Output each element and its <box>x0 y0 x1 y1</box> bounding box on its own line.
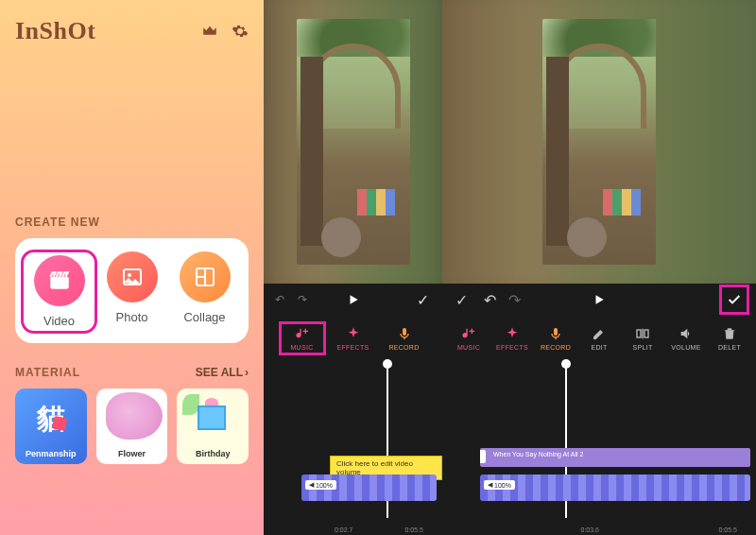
svg-rect-7 <box>644 330 648 337</box>
create-new-header: CREATE NEW <box>15 216 249 229</box>
material-header: MATERIAL <box>15 366 80 379</box>
timeline[interactable]: Click here to edit video volume ◀ 100% 0… <box>264 361 442 535</box>
tool-delet[interactable]: DELET <box>709 326 750 351</box>
material-flower[interactable]: Flower <box>96 388 168 464</box>
transport-row: ↶↷ ✓ <box>264 284 442 316</box>
create-item-label: Collage <box>183 310 225 324</box>
tool-record[interactable]: RECORD <box>384 326 425 351</box>
audio-clip[interactable]: When You Say Nothing At All 2 <box>480 448 750 467</box>
volume-badge: ◀ 100% <box>305 480 336 490</box>
redo-icon[interactable]: ↷ <box>508 291 521 309</box>
tool-effects[interactable]: EFFECTS <box>491 326 533 351</box>
create-item-label: Video <box>43 314 75 328</box>
create-collage-button[interactable]: Collage <box>168 251 241 332</box>
tool-label: RECORD <box>388 344 419 351</box>
volume-badge: ◀ 100% <box>484 480 515 490</box>
time-ruler: 0:03.60:05.5 <box>442 526 756 533</box>
time-ruler: 0:02.70:05.5 <box>264 526 442 533</box>
tool-record[interactable]: RECORD <box>535 326 576 351</box>
gear-icon[interactable] <box>232 23 249 40</box>
tool-label: EDIT <box>591 344 607 351</box>
editor-pane-after: ✓ ↶ ↷ MUSICEFFECTSRECORDEDITSPLITVOLUMED… <box>442 0 756 535</box>
volume-icon <box>679 326 694 341</box>
mic-icon <box>397 326 412 341</box>
tool-effects[interactable]: EFFECTS <box>333 326 374 351</box>
tool-split[interactable]: SPLIT <box>622 326 663 351</box>
create-photo-button[interactable]: Photo <box>95 251 168 332</box>
editor-pane-before: ↶↷ ✓ MUSICEFFECTSRECORD Click here to ed… <box>264 0 442 535</box>
material-grid: 貓PenmanshipFlowerBirthday <box>15 388 249 464</box>
sparkle-icon <box>505 326 520 341</box>
mic-icon <box>548 326 563 341</box>
check-icon[interactable]: ✓ <box>417 291 429 309</box>
tool-music[interactable]: MUSIC <box>448 326 490 351</box>
pencil-icon <box>592 326 607 341</box>
tool-label: EFFECTS <box>337 344 369 351</box>
svg-rect-4 <box>403 328 406 336</box>
tool-label: RECORD <box>541 344 571 351</box>
create-video-button[interactable]: Video <box>23 251 95 332</box>
tool-music[interactable]: MUSIC <box>282 324 323 353</box>
svg-rect-0 <box>50 277 69 289</box>
material-birthday[interactable]: Birthday <box>177 388 249 464</box>
toolbar: MUSICEFFECTSRECORD <box>264 316 442 361</box>
material-label: Flower <box>118 449 146 458</box>
check-icon[interactable]: ✓ <box>455 291 468 309</box>
see-all-button[interactable]: SEE ALL› <box>196 366 249 379</box>
home-panel: InShOt CREATE NEW VideoPhotoCollage MATE… <box>0 0 264 535</box>
timeline[interactable]: When You Say Nothing At All 2 ◀ 100% 0:0… <box>442 361 756 535</box>
tool-label: DELET <box>718 344 741 351</box>
play-button[interactable] <box>347 293 360 306</box>
tool-edit[interactable]: EDIT <box>578 326 620 351</box>
collage-icon <box>180 251 231 302</box>
sparkle-icon <box>346 326 361 341</box>
toolbar: MUSICEFFECTSRECORDEDITSPLITVOLUMEDELET <box>442 316 756 361</box>
crown-icon[interactable] <box>201 23 218 40</box>
image-icon <box>107 251 158 302</box>
brand-logo: InShOt <box>15 17 95 45</box>
music-note-icon <box>480 450 486 463</box>
video-preview[interactable] <box>264 0 442 284</box>
tool-label: SPLIT <box>633 344 653 351</box>
undo-icon[interactable]: ↶ <box>484 291 496 309</box>
trash-icon <box>722 326 737 341</box>
material-label: Birthday <box>196 449 231 458</box>
video-clip[interactable]: ◀ 100% <box>480 475 750 501</box>
play-button[interactable] <box>593 293 606 306</box>
split-icon <box>635 326 650 341</box>
svg-point-2 <box>128 273 131 277</box>
tool-label: VOLUME <box>671 344 700 351</box>
create-item-label: Photo <box>116 310 148 324</box>
video-clip[interactable]: ◀ 100% <box>301 475 437 501</box>
svg-rect-5 <box>554 328 558 336</box>
video-preview[interactable] <box>442 0 756 284</box>
transport-row: ✓ ↶ ↷ <box>442 284 756 316</box>
tool-volume[interactable]: VOLUME <box>665 326 707 351</box>
confirm-button[interactable] <box>722 287 747 312</box>
tool-label: MUSIC <box>457 344 480 351</box>
chevron-right-icon: › <box>245 366 249 379</box>
clapper-icon <box>34 255 85 306</box>
undo-icon[interactable]: ↶ <box>275 293 284 306</box>
svg-rect-6 <box>637 330 641 337</box>
create-new-card: VideoPhotoCollage <box>15 238 249 343</box>
tool-label: MUSIC <box>290 344 313 351</box>
redo-icon[interactable]: ↷ <box>298 293 307 306</box>
editor-area: ↶↷ ✓ MUSICEFFECTSRECORD Click here to ed… <box>264 0 756 535</box>
tool-label: EFFECTS <box>496 344 528 351</box>
material-penmanship[interactable]: 貓Penmanship <box>15 388 87 464</box>
material-label: Penmanship <box>26 449 77 458</box>
music-plus-icon <box>295 326 310 341</box>
music-plus-icon <box>461 326 476 341</box>
